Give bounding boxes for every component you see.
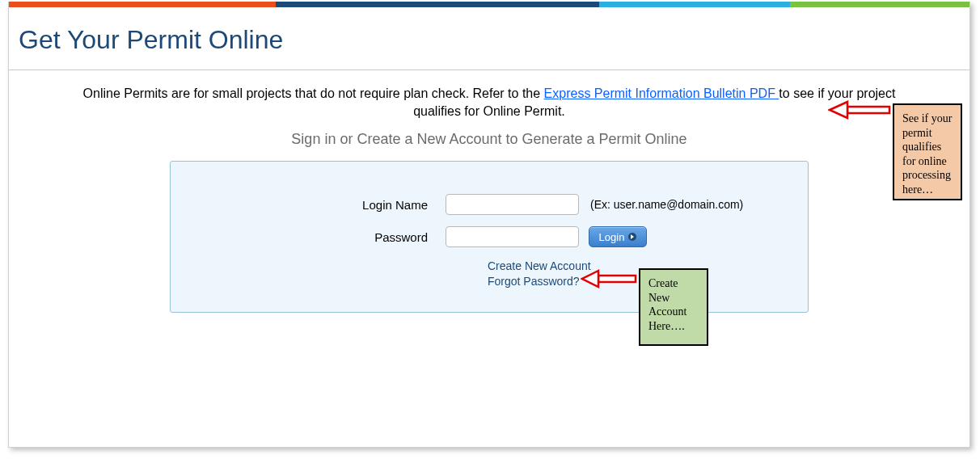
annotation-green: Create New Account Here…. — [639, 268, 708, 346]
accent-navy — [276, 2, 599, 7]
annotation-peach: See if your permit qualifies for online … — [893, 103, 962, 200]
intro-prefix: Online Permits are for small projects th… — [83, 86, 544, 100]
accent-green — [790, 2, 969, 7]
accent-blue — [599, 2, 790, 7]
subtitle: Sign in or Create a New Account to Gener… — [9, 120, 969, 158]
login-panel: Login Name (Ex: user.name@domain.com) Pa… — [170, 161, 809, 313]
login-button-label: Login — [599, 231, 625, 243]
login-row: Login Name (Ex: user.name@domain.com) — [171, 194, 808, 215]
express-permit-link[interactable]: Express Permit Information Bulletin PDF — [544, 86, 779, 100]
password-row: Password Login — [171, 226, 808, 247]
play-icon — [628, 233, 636, 241]
password-label: Password — [171, 230, 446, 244]
intro-text: Online Permits are for small projects th… — [9, 70, 969, 120]
login-hint: (Ex: user.name@domain.com) — [590, 198, 743, 211]
login-label: Login Name — [171, 198, 446, 212]
top-accent-bar — [9, 2, 969, 7]
login-input[interactable] — [446, 194, 579, 215]
accent-orange — [9, 2, 276, 7]
page-title: Get Your Permit Online — [9, 7, 969, 69]
password-input[interactable] — [446, 226, 579, 247]
page-frame: Get Your Permit Online Online Permits ar… — [8, 2, 970, 448]
login-button[interactable]: Login — [589, 226, 647, 247]
